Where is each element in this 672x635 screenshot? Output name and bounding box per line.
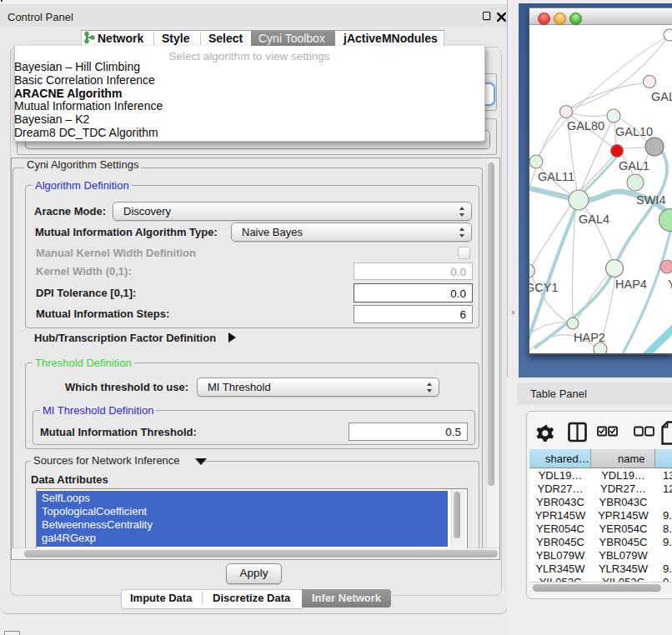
svg-text:GCY1: GCY1: [529, 281, 559, 294]
svg-text:Y: Y: [668, 278, 672, 291]
svg-text:GAL80: GAL80: [567, 119, 604, 132]
svg-text:GAL10: GAL10: [615, 125, 653, 138]
svg-text:SWI4: SWI4: [636, 193, 665, 207]
svg-text:GAL7: GAL7: [651, 90, 672, 103]
svg-text:HAP4: HAP4: [615, 278, 647, 291]
svg-text:GAL11: GAL11: [538, 170, 574, 183]
svg-text:HAP2: HAP2: [574, 331, 605, 344]
svg-text:GAL1: GAL1: [619, 159, 649, 172]
svg-text:GAL4: GAL4: [579, 212, 609, 226]
